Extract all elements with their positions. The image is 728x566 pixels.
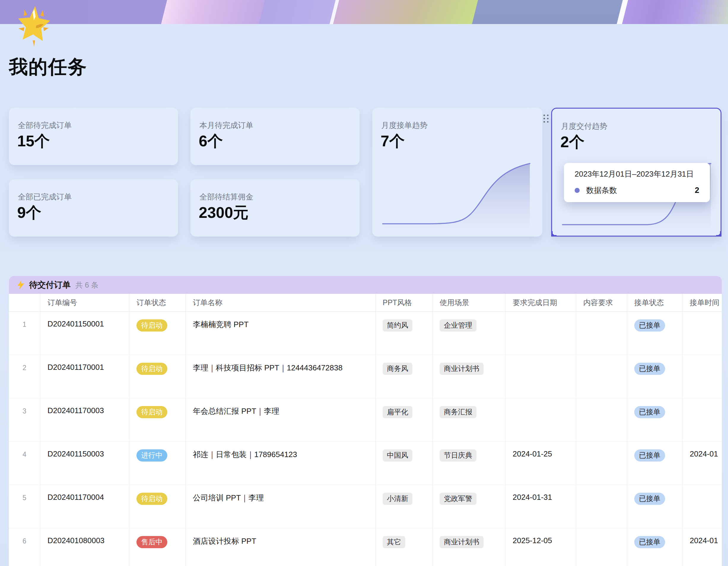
banner-ribbon	[257, 0, 341, 24]
column-header[interactable]: 使用场景	[433, 294, 506, 311]
stat-card-total-pending[interactable]: 全部待完成订单 15个	[9, 108, 178, 165]
accept-status-badge: 已接单	[634, 406, 665, 418]
chart-label: 月度接单趋势	[381, 120, 427, 131]
due-date-cell[interactable]	[506, 312, 576, 355]
table-body: 1 D202401150001 待启动 李楠楠竞聘 PPT 简约风 企业管理 已…	[9, 312, 722, 566]
due-date-cell[interactable]	[506, 398, 576, 441]
ppt-style-cell[interactable]: 小清新	[376, 485, 433, 528]
order-name-cell[interactable]: 酒店设计投标 PPT	[186, 528, 376, 566]
option-tag: 党政军警	[440, 493, 476, 505]
order-name-cell[interactable]: 年会总结汇报 PPT｜李理	[186, 398, 376, 441]
lightning-bolt-icon	[17, 280, 25, 290]
order-name-cell[interactable]: 李理｜科技项目招标 PPT｜1244436472838	[186, 355, 376, 398]
accept-time-cell[interactable]: 2024-01	[683, 442, 722, 485]
dashboard-page: 我的任务 全部待完成订单 15个 本月待完成订单 6个 全部已完成订单 9个 全…	[0, 0, 728, 566]
table-row[interactable]: 5 D202401170004 待启动 公司培训 PPT｜李理 小清新 党政军警…	[9, 485, 722, 528]
accept-time-cell[interactable]	[683, 398, 722, 441]
ppt-style-cell[interactable]: 扁平化	[376, 398, 433, 441]
stat-value: 6个	[199, 131, 223, 152]
content-req-cell[interactable]	[576, 398, 627, 441]
stat-label: 本月待完成订单	[199, 120, 253, 131]
column-header[interactable]: 订单编号	[40, 294, 129, 311]
order-name-cell[interactable]: 祁连｜日常包装｜1789654123	[186, 442, 376, 485]
due-date-cell[interactable]: 2024-01-25	[506, 442, 576, 485]
accept-time-cell[interactable]: 2024-01	[683, 528, 722, 566]
banner-ribbon	[159, 0, 266, 24]
option-tag: 小清新	[383, 493, 412, 505]
usage-scene-cell[interactable]: 节日庆典	[433, 442, 506, 485]
accept-status-badge: 已接单	[634, 536, 665, 548]
due-date-cell[interactable]	[506, 355, 576, 398]
ppt-style-cell[interactable]: 其它	[376, 528, 433, 566]
chart-card-monthly-delivery[interactable]: 月度交付趋势 2个 2023年12月01日–2023年12月31日 数据条数 2	[551, 108, 721, 236]
order-id-cell[interactable]: D202401170001	[40, 355, 129, 398]
order-name-cell[interactable]: 公司培训 PPT｜李理	[186, 485, 376, 528]
table-row[interactable]: 4 D202401150003 进行中 祁连｜日常包装｜1789654123 中…	[9, 442, 722, 485]
table-section-bar[interactable]: 待交付订单 共 6 条	[9, 276, 722, 294]
chart-card-monthly-orders[interactable]: 月度接单趋势 7个	[372, 108, 542, 236]
content-req-cell[interactable]	[576, 312, 627, 355]
table-row[interactable]: 1 D202401150001 待启动 李楠楠竞聘 PPT 简约风 企业管理 已…	[9, 312, 722, 355]
stat-card-pending-commission[interactable]: 全部待结算佣金 2300元	[190, 179, 360, 236]
usage-scene-cell[interactable]: 党政军警	[433, 485, 506, 528]
chart-tooltip: 2023年12月01日–2023年12月31日 数据条数 2	[564, 163, 710, 202]
order-status-cell[interactable]: 售后中	[129, 528, 186, 566]
due-date-cell[interactable]: 2025-12-05	[506, 528, 576, 566]
order-id-cell[interactable]: D202401170003	[40, 398, 129, 441]
accept-status-cell[interactable]: 已接单	[627, 485, 683, 528]
ppt-style-cell[interactable]: 中国风	[376, 442, 433, 485]
usage-scene-cell[interactable]: 商业计划书	[433, 355, 506, 398]
table-row[interactable]: 3 D202401170003 待启动 年会总结汇报 PPT｜李理 扁平化 商务…	[9, 398, 722, 442]
page-title: 我的任务	[9, 54, 87, 80]
accept-status-cell[interactable]: 已接单	[627, 312, 683, 355]
order-status-cell[interactable]: 待启动	[129, 312, 186, 355]
accept-time-cell[interactable]	[683, 485, 722, 528]
column-header[interactable]: 接单时间	[683, 294, 722, 311]
content-req-cell[interactable]	[576, 442, 627, 485]
table-row[interactable]: 2 D202401170001 待启动 李理｜科技项目招标 PPT｜124443…	[9, 355, 722, 398]
usage-scene-cell[interactable]: 企业管理	[433, 312, 506, 355]
star-icon	[15, 2, 52, 47]
stat-label: 全部待完成订单	[18, 120, 72, 131]
column-header[interactable]: 订单状态	[129, 294, 186, 311]
order-id-cell[interactable]: D202401080003	[40, 528, 129, 566]
banner-ribbon	[331, 0, 480, 24]
drag-handle-icon[interactable]	[543, 114, 549, 123]
accept-status-cell[interactable]: 已接单	[627, 442, 683, 485]
column-header[interactable]: 要求完成日期	[506, 294, 576, 311]
usage-scene-cell[interactable]: 商务汇报	[433, 398, 506, 441]
section-title: 待交付订单	[29, 279, 71, 291]
stat-card-total-done[interactable]: 全部已完成订单 9个	[9, 179, 178, 236]
content-req-cell[interactable]	[576, 355, 627, 398]
accept-status-cell[interactable]: 已接单	[627, 398, 683, 441]
column-header[interactable]: 接单状态	[627, 294, 683, 311]
due-date-cell[interactable]: 2024-01-31	[506, 485, 576, 528]
content-req-cell[interactable]	[576, 485, 627, 528]
usage-scene-cell[interactable]: 商业计划书	[433, 528, 506, 566]
order-status-cell[interactable]: 待启动	[129, 355, 186, 398]
ppt-style-cell[interactable]: 简约风	[376, 312, 433, 355]
accept-status-cell[interactable]: 已接单	[627, 355, 683, 398]
accept-status-cell[interactable]: 已接单	[627, 528, 683, 566]
column-header[interactable]: 订单名称	[186, 294, 376, 311]
accept-time-cell[interactable]	[683, 312, 722, 355]
ppt-style-cell[interactable]: 商务风	[376, 355, 433, 398]
stat-value: 9个	[17, 202, 41, 223]
column-header[interactable]: 内容要求	[576, 294, 627, 311]
order-id-cell[interactable]: D202401170004	[40, 485, 129, 528]
stat-card-month-pending[interactable]: 本月待完成订单 6个	[190, 108, 360, 165]
selection-handle-icon[interactable]	[716, 231, 721, 236]
order-id-cell[interactable]: D202401150003	[40, 442, 129, 485]
order-id-cell[interactable]: D202401150001	[40, 312, 129, 355]
order-name-cell[interactable]: 李楠楠竞聘 PPT	[186, 312, 376, 355]
order-status-cell[interactable]: 待启动	[129, 485, 186, 528]
column-header[interactable]: PPT风格	[376, 294, 433, 311]
order-status-cell[interactable]: 进行中	[129, 442, 186, 485]
option-tag: 商务汇报	[440, 406, 476, 418]
content-req-cell[interactable]	[576, 528, 627, 566]
order-status-cell[interactable]: 待启动	[129, 398, 186, 441]
table-row[interactable]: 6 D202401080003 售后中 酒店设计投标 PPT 其它 商业计划书 …	[9, 528, 722, 566]
legend-dot-icon	[575, 188, 580, 193]
selection-handle-icon[interactable]	[551, 231, 557, 236]
accept-time-cell[interactable]	[683, 355, 722, 398]
